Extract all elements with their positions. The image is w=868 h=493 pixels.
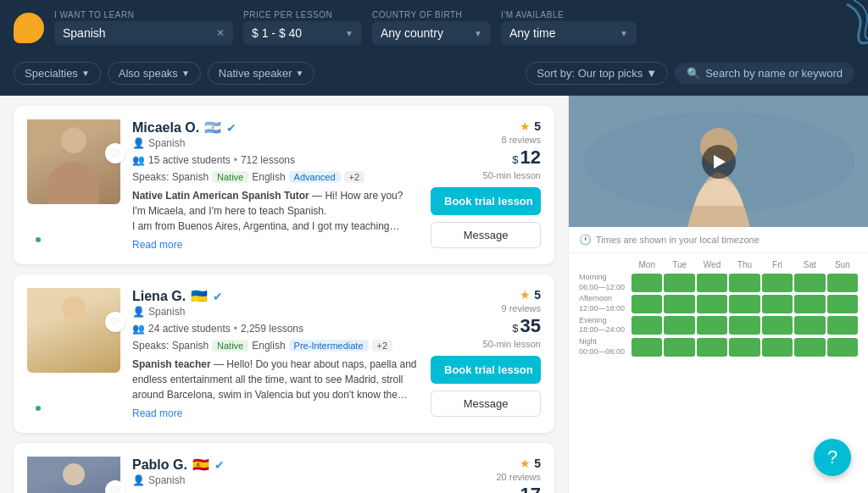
schedule-row-morning: Morning06:00—12:00 bbox=[579, 273, 858, 292]
schedule-cell[interactable] bbox=[697, 295, 727, 313]
price-select[interactable]: $ 1 - $ 40 ▼ bbox=[243, 21, 362, 45]
search-group: I WANT TO LEARN ✕ PRICE PER LESSON $ 1 -… bbox=[54, 10, 854, 45]
schedule-cell[interactable] bbox=[827, 274, 858, 292]
book-trial-button[interactable]: Book trial lesson bbox=[431, 356, 541, 384]
day-sat: Sat bbox=[794, 260, 825, 269]
time-afternoon-label: Afternoon12:00—18:00 bbox=[579, 294, 630, 313]
schedule-cell[interactable] bbox=[697, 338, 727, 357]
tutor-info: Liena G. 🇺🇦 ✔ 👤 Spanish 👥 24 active stud… bbox=[132, 288, 419, 419]
review-count: 8 reviews bbox=[502, 135, 541, 145]
person-icon: 👤 bbox=[132, 306, 145, 318]
tutor-subject-row: 👤 Spanish bbox=[132, 306, 419, 318]
schedule-cell[interactable] bbox=[794, 316, 825, 335]
tutor-info: Micaela O. 🇦🇷 ✔ 👤 Spanish 👥 15 active st… bbox=[132, 119, 419, 251]
schedule-cell[interactable] bbox=[632, 338, 662, 357]
clear-icon[interactable]: ✕ bbox=[216, 27, 225, 39]
specialties-label: Specialties bbox=[25, 67, 78, 80]
book-trial-button[interactable]: Book trial lesson bbox=[431, 187, 541, 215]
tutor-flag-icon: 🇪🇸 bbox=[192, 457, 209, 473]
native-speaker-filter-button[interactable]: Native speaker ▼ bbox=[208, 62, 315, 85]
favorite-button[interactable]: ♡ bbox=[105, 312, 125, 332]
star-icon: ★ bbox=[520, 457, 531, 470]
specialties-filter-button[interactable]: Specialties ▼ bbox=[14, 62, 101, 85]
available-chevron-icon: ▼ bbox=[620, 29, 628, 38]
schedule-cell[interactable] bbox=[762, 338, 793, 357]
students-icon: 👥 bbox=[132, 323, 145, 335]
schedule-cell[interactable] bbox=[664, 338, 694, 357]
also-speaks-label: Also speaks bbox=[119, 67, 178, 80]
price-row: $ 17 bbox=[512, 484, 541, 493]
speaks-label: Speaks: Spanish bbox=[132, 340, 209, 352]
schedule-cell[interactable] bbox=[697, 316, 727, 335]
rating-row: ★ 5 bbox=[520, 457, 541, 470]
schedule-cell[interactable] bbox=[632, 316, 662, 335]
also-speaks-chevron-icon: ▼ bbox=[181, 69, 190, 78]
day-thu: Thu bbox=[729, 260, 760, 269]
tutor-lessons: 2,259 lessons bbox=[241, 323, 303, 335]
play-icon bbox=[714, 155, 726, 169]
native-speaker-label: Native speaker bbox=[219, 67, 292, 80]
schedule-cell[interactable] bbox=[827, 338, 858, 357]
online-indicator bbox=[34, 235, 42, 244]
day-fri: Fri bbox=[762, 260, 793, 269]
schedule-cell[interactable] bbox=[762, 295, 793, 313]
schedule-cell[interactable] bbox=[762, 274, 793, 292]
price-row: $ 35 bbox=[512, 315, 541, 337]
sort-button[interactable]: Sort by: Our top picks ▼ bbox=[526, 62, 668, 85]
country-chevron-icon: ▼ bbox=[474, 29, 482, 38]
search-by-name-input[interactable]: 🔍 Search by name or keyword bbox=[675, 63, 854, 84]
schedule-cell[interactable] bbox=[632, 295, 662, 313]
schedule-cell[interactable] bbox=[794, 274, 825, 292]
schedule-cell[interactable] bbox=[794, 338, 825, 357]
tag-native: Native bbox=[212, 171, 248, 183]
help-fab-button[interactable]: ? bbox=[814, 439, 851, 476]
schedule-cell[interactable] bbox=[697, 274, 727, 292]
decorative-icon bbox=[821, 0, 868, 47]
learn-input-wrap[interactable]: ✕ bbox=[54, 21, 233, 45]
country-select[interactable]: Any country ▼ bbox=[372, 21, 491, 45]
specialties-chevron-icon: ▼ bbox=[81, 69, 90, 78]
verified-icon: ✔ bbox=[214, 458, 225, 472]
play-button[interactable] bbox=[702, 145, 736, 179]
schedule-cell[interactable] bbox=[762, 316, 793, 335]
price-value: $ 1 - $ 40 bbox=[252, 26, 302, 40]
message-button[interactable]: Message bbox=[431, 222, 541, 248]
learn-input[interactable] bbox=[63, 26, 211, 40]
schedule-grid: Mon Tue Wed Thu Fri Sat Sun Morning06:00… bbox=[569, 253, 868, 369]
video-thumbnail[interactable] bbox=[569, 96, 868, 227]
currency-symbol: $ bbox=[512, 322, 518, 335]
day-wed: Wed bbox=[697, 260, 727, 269]
message-button[interactable]: Message bbox=[431, 391, 541, 417]
read-more-link[interactable]: Read more bbox=[132, 239, 182, 251]
rating-value: 5 bbox=[534, 457, 541, 470]
tutor-speaks-row: Speaks: Spanish Native English Advanced … bbox=[132, 171, 419, 183]
favorite-button[interactable]: ♡ bbox=[105, 480, 125, 493]
favorite-button[interactable]: ♡ bbox=[105, 143, 125, 163]
also-speaks-filter-button[interactable]: Also speaks ▼ bbox=[108, 62, 201, 85]
available-select[interactable]: Any time ▼ bbox=[501, 21, 637, 45]
schedule-cell[interactable] bbox=[794, 295, 825, 313]
tutor-name: Micaela O. bbox=[132, 120, 199, 136]
schedule-cell[interactable] bbox=[729, 338, 760, 357]
tutor-stats: 👥 24 active students • 2,259 lessons bbox=[132, 323, 419, 335]
schedule-cell[interactable] bbox=[827, 295, 858, 313]
tutor-name: Pablo G. bbox=[132, 457, 187, 473]
schedule-cell[interactable] bbox=[729, 295, 760, 313]
logo-icon bbox=[14, 13, 44, 43]
rating-price: ★ 5 9 reviews $ 35 50-min lesson bbox=[483, 288, 541, 349]
read-more-link[interactable]: Read more bbox=[132, 407, 182, 419]
schedule-cell[interactable] bbox=[729, 316, 760, 335]
review-count: 9 reviews bbox=[502, 303, 541, 313]
tutor-speaks-row: Speaks: Spanish Native English Pre-Inter… bbox=[132, 340, 419, 352]
tutor-card: ♡ Pablo G. 🇪🇸 ✔ 👤 Spanish 👥 22 active st… bbox=[14, 443, 554, 493]
schedule-cell[interactable] bbox=[729, 274, 760, 292]
tag-level: Advanced bbox=[289, 171, 341, 183]
schedule-cell[interactable] bbox=[664, 295, 694, 313]
schedule-cell[interactable] bbox=[827, 316, 858, 335]
schedule-cell[interactable] bbox=[632, 274, 662, 292]
schedule-cell[interactable] bbox=[664, 316, 694, 335]
tutor-avatar bbox=[27, 288, 120, 373]
schedule-cell[interactable] bbox=[664, 274, 694, 292]
tutor-name-row: Micaela O. 🇦🇷 ✔ bbox=[132, 119, 419, 136]
schedule-row-afternoon: Afternoon12:00—18:00 bbox=[579, 294, 858, 313]
